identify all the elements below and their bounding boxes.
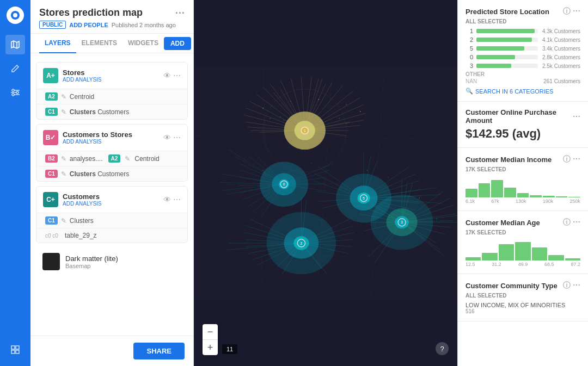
bar-other-row: NAN 261 Customers [465,78,580,84]
community-subtitle: ALL SELECTED [465,293,580,299]
widget-predicted-store: Predicted Store Location ⓘ ⋯ ALL SELECTE… [458,0,588,102]
tab-layers[interactable]: LAYERS [39,34,76,53]
sidebar-header: Stores prediction map ⋯ PUBLIC ADD PEOPL… [30,0,193,34]
sublayer-badge-a2: A2 [45,92,58,101]
widget-actions-community: ⓘ ⋯ [563,281,580,290]
nav-map-icon[interactable] [5,35,25,54]
income-bar-0 [465,189,477,197]
sidebar-footer: SHARE [30,336,193,366]
sidebar: Stores prediction map ⋯ PUBLIC ADD PEOPL… [30,0,194,366]
tab-widgets[interactable]: WIDGETS [122,34,164,53]
income-bar-2 [491,180,503,197]
widget-header-age: Customer Median Age ⓘ ⋯ [465,218,580,227]
layer-title-stores: Stores ADD ANALYSIS [63,69,159,83]
community-value: LOW INCOME, MIX OF MINORITIES [465,302,580,308]
sublayer-text-table: table_29_z [65,232,97,239]
svg-point-170 [429,208,430,209]
sublayer-badge-c1-cust: C1 [45,216,58,225]
svg-point-172 [262,108,264,109]
sidebar-meta: PUBLIC ADD PEOPLE Published 2 months ago [39,21,185,29]
widget-subtitle-predicted: ALL SELECTED [465,18,580,24]
bar-other-sub: NAN [465,78,477,84]
sublayer-text-clusters-cts: Clusters Customers [70,170,129,178]
sublayer-edit-a2-ref[interactable]: ✎ [125,155,130,163]
sublayer-edit-c1-cust[interactable]: ✎ [61,217,66,225]
widget-community-type: Customer Community Type ⓘ ⋯ ALL SELECTED… [458,274,588,321]
sublayer-text-clusters-stores: Clusters Customers [70,108,129,116]
map-help-btn[interactable]: ? [436,342,449,355]
sublayer-a2-centroid: A2 ✎ Centroid [36,89,187,104]
widget-menu-community[interactable]: ⋯ [573,281,580,290]
svg-point-162 [325,121,326,122]
svg-rect-8 [11,346,15,349]
sublayer-text-clusters-cust: Clusters [70,217,94,225]
add-layer-btn[interactable]: ADD [164,37,191,50]
widget-title-predicted: Predicted Store Location [465,8,563,16]
nav-grid-icon[interactable] [5,340,25,359]
sublayer-text-centroid-ref: Centroid [134,155,159,163]
svg-point-2 [12,89,14,91]
layer-title-cts: Customers to Stores ADD ANALYSIS [63,131,159,145]
zoom-in-btn[interactable]: + [203,340,218,355]
age-bars [465,239,580,260]
svg-point-165 [262,170,264,171]
layer-menu-stores[interactable]: ⋯ [173,71,181,80]
basemap-sub: Basemap [65,263,118,269]
svg-point-157 [270,118,271,119]
widget-menu-purchase[interactable]: ⋯ [573,112,580,121]
share-button[interactable]: SHARE [133,343,185,359]
layer-group-customers: C+ Customers ADD ANALYSIS 👁 ⋯ C1 ✎ Clust… [36,186,188,243]
add-people-btn[interactable]: ADD PEOPLE [69,22,108,28]
tab-elements[interactable]: ELEMENTS [76,34,122,53]
widget-menu-predicted[interactable]: ⋯ [573,7,580,16]
widget-actions-age: ⓘ ⋯ [563,218,580,227]
sublayer-edit-b2[interactable]: ✎ [61,155,66,163]
sublayer-text-centroid: Centroid [70,93,94,101]
layer-menu-customers[interactable]: ⋯ [173,195,181,204]
nav-filter-icon[interactable] [5,83,25,102]
layers-list: A+ Stores ADD ANALYSIS 👁 ⋯ A2 ✎ Centroid… [30,53,193,336]
svg-rect-9 [16,346,19,349]
layer-header-customers: C+ Customers ADD ANALYSIS 👁 ⋯ [36,187,187,213]
svg-text:2: 2 [300,241,302,245]
age-axis: 12.5 31.2 49.9 68.5 87.2 [465,262,580,267]
widget-info-age[interactable]: ⓘ [563,218,571,227]
zoom-out-btn[interactable]: − [203,324,218,339]
app-title: Stores prediction map [39,7,143,18]
sidebar-title-row: Stores prediction map ⋯ [39,7,185,18]
sublayer-edit-a2[interactable]: ✎ [61,93,66,101]
layer-visibility-customers[interactable]: 👁 [163,195,171,204]
search-in-categories-btn[interactable]: 🔍 SEARCH IN 6 CATEGORIES [465,88,580,95]
svg-point-168 [388,177,388,177]
map-area[interactable]: 1 0 [194,0,457,366]
widget-menu-age[interactable]: ⋯ [573,218,580,227]
income-bar-6 [543,196,555,197]
layer-visibility-stores[interactable]: 👁 [163,71,171,80]
bar-other-value: 261 Customers [543,78,580,84]
widget-info-community[interactable]: ⓘ [563,281,571,290]
sublayer-badge-c1-stores: C1 [45,108,58,116]
svg-point-163 [339,118,340,119]
bar-row-2: 2 4.1k Customers [465,36,580,43]
svg-point-175 [346,104,347,105]
age-bar-1 [482,253,497,260]
sublayer-edit-c1-cts[interactable]: ✎ [61,170,66,178]
widget-info-predicted[interactable]: ⓘ [563,7,571,16]
svg-point-4 [12,94,14,96]
age-bar-4 [532,247,547,260]
basemap-thumb [42,253,60,270]
nav-edit-icon[interactable] [5,59,25,78]
widget-menu-income[interactable]: ⋯ [573,154,580,164]
layer-visibility-cts[interactable]: 👁 [163,133,171,142]
svg-point-159 [284,120,285,121]
svg-point-160 [297,115,298,115]
income-bars [465,176,580,197]
layer-menu-cts[interactable]: ⋯ [173,133,181,142]
widget-header-predicted: Predicted Store Location ⓘ ⋯ [465,7,580,16]
bar-row-5: 5 3.4k Customers [465,45,580,52]
sublayer-edit-c1-stores[interactable]: ✎ [61,108,66,116]
widget-info-income[interactable]: ⓘ [563,154,571,164]
more-menu-btn[interactable]: ⋯ [175,7,185,18]
layer-title-customers: Customers ADD ANALYSIS [63,193,159,207]
income-selected: 17K SELECTED [465,166,580,172]
